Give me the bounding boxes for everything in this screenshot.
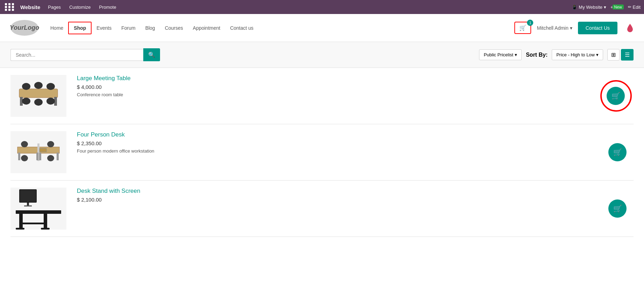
admin-nav: Pages Customize Promote — [44, 3, 120, 11]
svg-point-7 — [34, 99, 43, 106]
chevron-down-icon: ▾ — [596, 52, 599, 57]
table-row: Four Person Desk $ 2,350.00 Four person … — [10, 124, 634, 181]
svg-rect-27 — [44, 213, 47, 229]
admin-bar: Website Pages Customize Promote 📱 My Web… — [0, 0, 644, 14]
product-name-link[interactable]: Desk Stand with Screen — [77, 188, 634, 195]
svg-rect-29 — [16, 228, 24, 230]
product-image-large-meeting-table — [10, 75, 66, 117]
droplet-icon — [627, 23, 634, 33]
sort-by-label: Sort By: — [526, 52, 548, 58]
admin-user-label: Mitchell Admin — [537, 25, 568, 31]
svg-rect-0 — [19, 89, 58, 98]
cart-button[interactable]: 🛒 1 — [514, 22, 531, 34]
svg-rect-15 — [57, 153, 59, 160]
svg-point-4 — [34, 82, 43, 89]
product-name-link[interactable]: Large Meeting Table — [77, 75, 634, 82]
sort-dropdown[interactable]: Price - High to Low ▾ — [552, 49, 603, 60]
new-badge: New — [613, 5, 624, 9]
nav-appointment[interactable]: Appointment — [188, 22, 225, 34]
chevron-down-icon: ▾ — [570, 25, 572, 31]
product-image-four-person-desk — [10, 131, 66, 173]
view-toggle: ⊞ ☰ — [607, 49, 634, 61]
cart-icon: 🛒 — [519, 24, 526, 31]
product-name-link[interactable]: Four Person Desk — [77, 131, 634, 138]
logo[interactable]: YourLogo — [10, 20, 38, 36]
table-row: Large Meeting Table $ 4,000.00 Conferenc… — [10, 68, 634, 124]
products-section: Large Meeting Table $ 4,000.00 Conferenc… — [0, 68, 644, 237]
search-wrap: 🔍 — [10, 48, 160, 61]
product-price: $ 4,000.00 — [77, 84, 634, 90]
add-to-cart-button-3[interactable]: 🛒 — [608, 199, 627, 218]
product-image-desk-stand — [10, 188, 66, 230]
new-button-wrap: New + New — [610, 5, 624, 10]
site-nav-links: Home Shop Events Forum Blog Courses Appo… — [45, 22, 258, 34]
pricelist-dropdown[interactable]: Public Pricelist ▾ — [479, 49, 522, 60]
svg-point-19 — [47, 155, 54, 161]
nav-contact[interactable]: Contact us — [225, 22, 258, 34]
svg-point-17 — [47, 141, 54, 147]
admin-nav-promote[interactable]: Promote — [96, 3, 120, 11]
product-price: $ 2,350.00 — [77, 140, 634, 146]
product-svg — [12, 133, 65, 171]
nav-courses[interactable]: Courses — [160, 22, 188, 34]
product-description: Conference room table — [77, 92, 634, 97]
svg-point-6 — [22, 98, 30, 105]
mobile-icon: 📱 — [572, 5, 577, 10]
contact-us-button[interactable]: Contact Us — [578, 22, 617, 34]
product-svg — [12, 186, 65, 231]
search-button[interactable]: 🔍 — [143, 48, 160, 61]
svg-rect-26 — [19, 213, 23, 229]
nav-events[interactable]: Events — [92, 22, 116, 34]
svg-point-3 — [22, 83, 30, 90]
pencil-icon: ✏ — [628, 5, 631, 9]
add-to-cart-button-2[interactable]: 🛒 — [608, 143, 627, 161]
chevron-down-icon: ▾ — [604, 5, 606, 10]
product-price: $ 2,100.00 — [77, 197, 634, 203]
admin-user-menu[interactable]: Mitchell Admin ▾ — [537, 25, 572, 31]
svg-rect-13 — [36, 153, 38, 160]
product-description: Four person modern office workstation — [77, 148, 634, 154]
add-to-cart-button-1[interactable]: 🛒 — [607, 87, 625, 105]
nav-shop[interactable]: Shop — [68, 22, 92, 34]
search-bar-section: 🔍 Public Pricelist ▾ Sort By: Price - Hi… — [0, 42, 644, 68]
logo-text: YourLogo — [10, 24, 39, 31]
svg-rect-14 — [39, 153, 41, 160]
svg-rect-12 — [18, 153, 20, 160]
svg-rect-9 — [17, 147, 38, 153]
website-title: Website — [20, 4, 40, 10]
admin-nav-pages[interactable]: Pages — [44, 3, 64, 11]
svg-rect-22 — [20, 190, 36, 202]
svg-rect-30 — [41, 228, 50, 230]
product-info: Four Person Desk $ 2,350.00 Four person … — [77, 131, 634, 154]
my-website-link[interactable]: 📱 My Website ▾ — [572, 5, 606, 10]
product-svg — [12, 77, 65, 115]
edit-link[interactable]: ✏ Edit — [628, 5, 641, 10]
svg-point-8 — [46, 98, 55, 105]
chevron-down-icon: ▾ — [515, 52, 517, 57]
nav-home[interactable]: Home — [45, 22, 68, 34]
apps-menu-icon[interactable] — [3, 2, 16, 12]
svg-rect-24 — [24, 205, 32, 206]
cart-circle-annotation: 🛒 — [599, 78, 634, 113]
site-nav: YourLogo Home Shop Events Forum Blog Cou… — [0, 14, 644, 42]
nav-blog[interactable]: Blog — [140, 22, 160, 34]
cart-badge: 1 — [527, 20, 533, 26]
search-input[interactable] — [10, 49, 143, 61]
svg-rect-28 — [19, 223, 47, 224]
product-info: Large Meeting Table $ 4,000.00 Conferenc… — [77, 75, 634, 97]
nav-forum[interactable]: Forum — [116, 22, 140, 34]
product-info: Desk Stand with Screen $ 2,100.00 — [77, 188, 634, 205]
admin-nav-customize[interactable]: Customize — [66, 3, 94, 11]
svg-point-16 — [21, 141, 28, 147]
svg-point-18 — [21, 155, 28, 161]
table-row: Desk Stand with Screen $ 2,100.00 🛒 — [10, 181, 634, 237]
svg-rect-20 — [39, 148, 46, 152]
sort-section: Public Pricelist ▾ Sort By: Price - High… — [479, 49, 634, 61]
list-view-button[interactable]: ☰ — [621, 49, 634, 61]
svg-point-5 — [46, 83, 55, 90]
grid-view-button[interactable]: ⊞ — [607, 49, 620, 61]
